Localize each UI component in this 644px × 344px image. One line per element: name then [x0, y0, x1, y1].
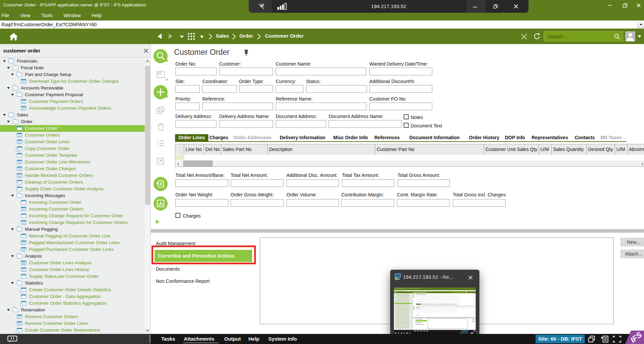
order-gross-weight-field[interactable]: [231, 199, 283, 207]
tree-item[interactable]: Customer Orders: [0, 132, 145, 139]
close-page-icon[interactable]: [520, 33, 528, 40]
delete-record-icon[interactable]: [157, 122, 164, 130]
column-header[interactable]: [175, 144, 184, 155]
column-header[interactable]: Sales Quantity: [552, 144, 587, 155]
tab-charges[interactable]: Charges: [209, 134, 228, 141]
feedback-bubble-icon[interactable]: [7, 336, 18, 343]
tree-item[interactable]: Incoming Messages: [0, 192, 145, 199]
attachment-item-documents[interactable]: Documents: [156, 266, 180, 272]
scroll-down-icon[interactable]: [146, 329, 149, 332]
address-input[interactable]: ifsapf:frmCustomerOrder_Ext?COMPANY=60: [0, 21, 638, 29]
window-minimize-icon[interactable]: [607, 3, 612, 8]
tab-contacts[interactable]: Contacts: [575, 134, 595, 141]
tree-item[interactable]: Financials: [0, 58, 145, 65]
global-search-box[interactable]: Search...: [544, 31, 623, 41]
tab-br-taxes[interactable]: BR Taxes: [601, 134, 622, 141]
statusbar-system-info[interactable]: System Info: [268, 336, 297, 342]
tab-dop-info[interactable]: DOP Info: [505, 134, 525, 141]
coordinator-field[interactable]: [202, 85, 237, 93]
tree-item[interactable]: Supply Status per Customer Order: [0, 273, 145, 280]
tree-item[interactable]: Supply Chain Customer Order Analysis: [0, 186, 145, 192]
app-grid-icon[interactable]: [188, 33, 195, 40]
rdp-thumbnail-window[interactable]: 194.217.193.52 - Re...: [390, 270, 479, 337]
tree-item[interactable]: Pegged Manufactured Customer Order Lines: [0, 239, 145, 246]
tab-order-addresses[interactable]: Order Addresses: [233, 134, 271, 141]
tab-order-lines[interactable]: Order Lines: [175, 134, 208, 141]
column-header[interactable]: Del No: [204, 144, 221, 155]
column-header[interactable]: U/M: [539, 144, 552, 155]
tab-representatives[interactable]: Representatives: [532, 134, 568, 141]
tree-item[interactable]: Pegged Purchased Customer Order Lines: [0, 246, 145, 253]
column-header[interactable]: Desired Qty: [587, 144, 615, 155]
new-button[interactable]: New...: [620, 238, 644, 246]
scroll-left-icon[interactable]: ‹: [177, 161, 179, 166]
clear-search-icon[interactable]: [144, 48, 148, 53]
total-gross-amount-field[interactable]: [398, 179, 450, 187]
customer-name-field[interactable]: [276, 68, 366, 75]
menu-item[interactable]: Tools: [40, 13, 54, 18]
scroll-up-icon[interactable]: [146, 60, 149, 63]
note-icon[interactable]: [157, 71, 165, 78]
expand-arrow-icon[interactable]: [7, 309, 10, 311]
total-gross-incl-charges-field[interactable]: [453, 199, 506, 207]
menu-item[interactable]: View: [19, 13, 32, 18]
breadcrumb-order[interactable]: Order: [239, 33, 253, 39]
expand-arrow-icon[interactable]: [11, 255, 14, 257]
expand-arrow-icon[interactable]: [3, 60, 6, 62]
expand-toolbar-icon[interactable]: [156, 219, 160, 224]
total-tax-amount-field[interactable]: [342, 179, 394, 187]
column-header[interactable]: Customer Unit Sales Qty: [484, 144, 539, 155]
delivery-address-field[interactable]: [175, 120, 216, 128]
expand-arrow-icon[interactable]: [7, 87, 10, 89]
contr-margin-rate-field[interactable]: [397, 199, 450, 207]
tree-item[interactable]: Manual Pegging of Customer Order Line: [0, 233, 145, 239]
table-hscrollbar[interactable]: ‹ ›: [176, 160, 644, 166]
statusbar-attachments[interactable]: Attachments: [184, 336, 214, 342]
rdp-restore-icon[interactable]: [493, 4, 498, 9]
document-address-field[interactable]: [276, 120, 326, 128]
back-icon[interactable]: [157, 33, 162, 39]
history-dropdown-icon[interactable]: [179, 35, 184, 38]
output-log-icon[interactable]: [601, 336, 609, 343]
tree-item[interactable]: Sales: [0, 112, 145, 118]
status-field[interactable]: [306, 85, 367, 93]
report-button[interactable]: [154, 177, 168, 191]
tab-document-information[interactable]: Document Information: [409, 134, 460, 141]
tree-item[interactable]: Part and Charge Setup: [0, 71, 145, 78]
tree-item[interactable]: Create Customer Order Details Statistics: [0, 286, 145, 293]
expand-arrow-icon[interactable]: [3, 114, 6, 116]
window-restore-icon[interactable]: [622, 3, 628, 8]
statusbar-help[interactable]: Help: [248, 336, 260, 342]
expand-arrow-icon[interactable]: [7, 121, 10, 123]
window-close-icon[interactable]: [636, 3, 641, 8]
customer-po-field[interactable]: [369, 103, 432, 110]
search-dropdown-corner-icon[interactable]: [165, 59, 168, 62]
analyze-button[interactable]: [154, 196, 168, 211]
tree-item[interactable]: Copy Customer Order: [0, 145, 145, 152]
rdp-minimize-icon[interactable]: [472, 4, 478, 9]
tree-item[interactable]: Reserve Customer Orders: [0, 313, 145, 320]
expand-arrow-icon[interactable]: [11, 228, 14, 230]
tree-item[interactable]: Customer Order Lines History: [0, 266, 145, 273]
list-view-icon[interactable]: [157, 140, 165, 147]
statusbar-output[interactable]: Output: [224, 336, 241, 342]
row-selector-cell[interactable]: [176, 155, 184, 160]
column-header[interactable]: Description: [268, 144, 375, 155]
tree-item[interactable]: Customer Order - Data Aggregation: [0, 293, 145, 300]
priority-field[interactable]: [175, 103, 200, 110]
user-menu-chevron-icon[interactable]: [637, 35, 642, 38]
breadcrumb-customer-order[interactable]: Customer Order: [265, 33, 304, 39]
home-icon[interactable]: [9, 33, 18, 41]
hscroll-thumb[interactable]: [183, 160, 213, 166]
tree-item[interactable]: Fiscal Note: [0, 65, 145, 71]
horizontal-splitter[interactable]: [151, 229, 644, 233]
tree-item[interactable]: Analysis: [0, 253, 145, 260]
document-address-name-field[interactable]: [329, 120, 402, 128]
expand-arrow-icon[interactable]: [7, 67, 10, 69]
tree-item[interactable]: Create Customer Order Reservations: [0, 327, 145, 334]
scroll-right-icon[interactable]: ›: [642, 161, 643, 166]
delivery-address-name-field[interactable]: [219, 120, 273, 128]
order-type-field[interactable]: [239, 85, 273, 93]
breadcrumb-sales[interactable]: Sales: [216, 33, 229, 39]
additional-discount-field[interactable]: [369, 85, 432, 93]
